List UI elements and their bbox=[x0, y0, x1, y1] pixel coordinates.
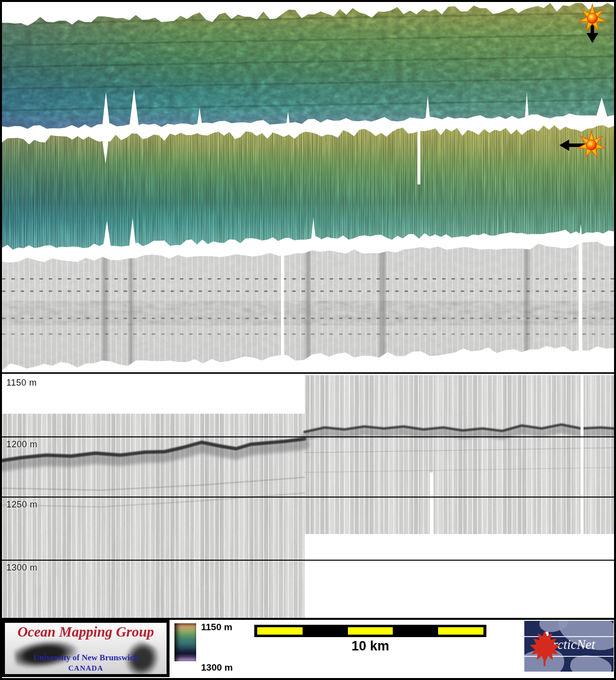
depth-label-1150: 1150 m bbox=[6, 378, 37, 388]
ocean-mapping-figure: 1150 m 1200 m 1250 m 1300 m Ocean Mappin… bbox=[0, 0, 616, 680]
maple-leaf-icon bbox=[526, 629, 563, 668]
data-gap-slit bbox=[579, 240, 582, 370]
data-gap-notch bbox=[102, 92, 110, 128]
seismic-block-left bbox=[2, 414, 305, 618]
scale-segment bbox=[438, 627, 483, 635]
fine-grain-texture bbox=[2, 125, 614, 252]
scale-bar-label: 10 km bbox=[254, 639, 486, 654]
data-gap-slit bbox=[430, 472, 433, 534]
seismic-block-right bbox=[305, 375, 614, 534]
omg-logo-university: University of New Brunswick bbox=[5, 653, 167, 663]
colorbar-bottom-label: 1300 m bbox=[201, 662, 233, 673]
depth-label-1200: 1200 m bbox=[6, 439, 37, 450]
depth-colorbar bbox=[174, 623, 196, 661]
colorbar-noise bbox=[174, 623, 196, 661]
data-gap-notch bbox=[310, 217, 316, 248]
data-gap-notch bbox=[425, 96, 431, 126]
data-gap-notch bbox=[102, 138, 109, 164]
gridline-1250m bbox=[2, 497, 614, 498]
gridline-1300m bbox=[2, 560, 614, 561]
seismic-streaks bbox=[2, 414, 305, 618]
depth-label-1300: 1300 m bbox=[6, 563, 37, 573]
data-gap-slit bbox=[417, 125, 420, 184]
data-gap-notch bbox=[286, 111, 290, 128]
scale-segment bbox=[393, 627, 438, 635]
swath-seam bbox=[379, 240, 385, 370]
sun-arrow-down-icon bbox=[578, 3, 607, 46]
data-gap-slit bbox=[281, 240, 284, 370]
depth-label-1250: 1250 m bbox=[6, 500, 37, 510]
bathymetry-swath-2 bbox=[2, 125, 614, 252]
scale-segment bbox=[257, 627, 303, 635]
data-gap-notch bbox=[129, 89, 139, 128]
sun-arrow-left-icon bbox=[559, 130, 609, 161]
swath-seam bbox=[306, 240, 310, 370]
data-gap-notch bbox=[103, 220, 111, 248]
scale-segment bbox=[348, 627, 393, 635]
hair-streak-texture bbox=[2, 125, 614, 252]
swath-seam bbox=[524, 240, 529, 370]
swath-seam bbox=[103, 240, 107, 370]
colorbar-top-label: 1150 m bbox=[201, 622, 232, 633]
subbottom-profile-panel: 1150 m 1200 m 1250 m 1300 m bbox=[2, 372, 614, 618]
relief-noise-texture bbox=[2, 3, 614, 132]
omg-logo-country: CANADA bbox=[5, 664, 167, 673]
sun-illumination-marker-2 bbox=[559, 130, 609, 163]
scale-segment bbox=[303, 627, 348, 635]
swath-seam bbox=[129, 240, 133, 370]
ocean-mapping-group-logo: Ocean Mapping Group University of New Br… bbox=[2, 620, 170, 677]
arcticnet-logo: ArcticNet bbox=[524, 621, 614, 672]
data-gap-notch bbox=[524, 92, 529, 126]
seismic-streaks bbox=[305, 375, 614, 534]
seismic-grain bbox=[305, 375, 614, 534]
bathymetry-swath-1 bbox=[2, 3, 614, 132]
sidescan-strip bbox=[2, 240, 614, 370]
data-gap-notch bbox=[197, 107, 203, 128]
data-gap-notch bbox=[593, 98, 610, 126]
fine-grain-texture bbox=[2, 3, 614, 132]
sun-illumination-marker-1 bbox=[578, 3, 607, 48]
gridline-1200m bbox=[2, 436, 614, 437]
omg-logo-title: Ocean Mapping Group bbox=[5, 624, 167, 640]
seismic-grain bbox=[2, 414, 305, 618]
footer-bar: Ocean Mapping Group University of New Br… bbox=[2, 618, 614, 678]
data-gap-slit bbox=[581, 375, 583, 534]
distance-scale-bar bbox=[254, 625, 486, 637]
data-gap-notch bbox=[129, 218, 136, 248]
